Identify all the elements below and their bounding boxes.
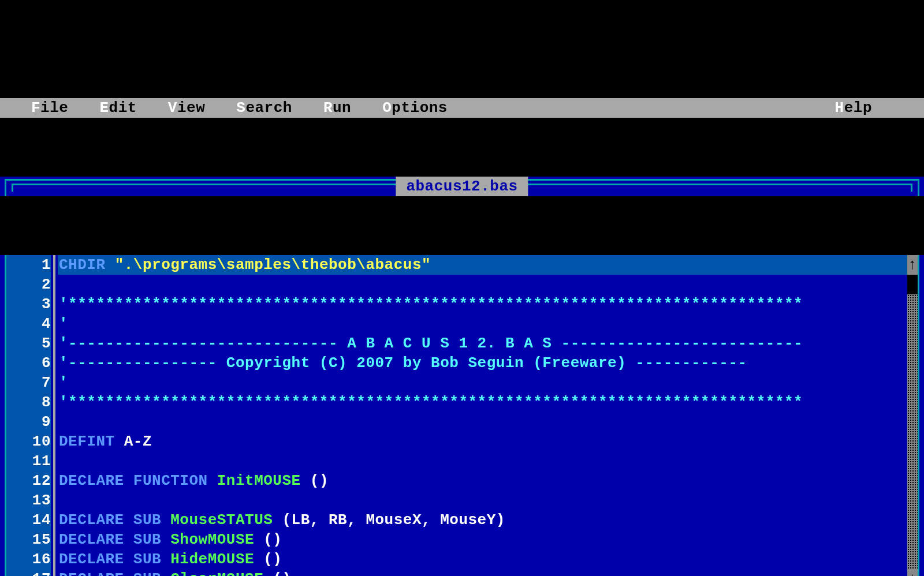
line-number: 12 [6,471,51,491]
code-line[interactable]: DECLARE SUB ClearMOUSE () [58,569,907,576]
menu-bar: File Edit View Search Run Options Help [0,98,924,118]
menu-help[interactable]: Help [835,98,872,118]
code-line[interactable]: '***************************************… [58,294,907,314]
file-title-tab: abacus12.bas [396,177,528,196]
line-number: 1 [6,255,51,275]
code-line[interactable]: DECLARE SUB HideMOUSE () [58,549,907,569]
line-number: 4 [6,314,51,334]
code-line[interactable]: ' [58,314,907,334]
gutter-separator [53,255,55,576]
line-number: 3 [6,294,51,314]
menu-edit[interactable]: Edit [99,98,136,118]
code-line[interactable] [58,491,907,510]
scroll-thumb[interactable] [907,275,918,294]
code-line[interactable]: DECLARE SUB ShowMOUSE () [58,530,907,549]
code-editor[interactable]: 1234567891011121314151617 CHDIR ".\progr… [0,255,924,576]
line-number: 9 [6,412,51,432]
code-line[interactable]: ' [58,373,907,392]
code-line[interactable]: DECLARE SUB MouseSTATUS (LB, RB, MouseX,… [58,510,907,530]
code-line[interactable]: '---------------- Copyright (C) 2007 by … [58,353,907,373]
scroll-down-icon[interactable]: ↓ [907,569,918,576]
line-number: 10 [6,432,51,451]
code-line[interactable]: DEFINT A-Z [58,432,907,451]
line-number: 13 [6,491,51,510]
code-line[interactable]: '***************************************… [58,392,907,412]
code-line[interactable]: CHDIR ".\programs\samples\thebob\abacus" [58,255,907,275]
line-number: 6 [6,353,51,373]
line-number: 7 [6,373,51,392]
line-number: 5 [6,334,51,353]
line-number: 17 [6,569,51,576]
line-number: 11 [6,451,51,471]
code-line[interactable] [58,412,907,432]
menu-run[interactable]: Run [323,98,351,118]
menu-file[interactable]: File [31,98,68,118]
code-line[interactable] [58,275,907,294]
vertical-scrollbar[interactable]: ↑ ↓ [907,255,918,576]
code-line[interactable]: '----------------------------- A B A C U… [58,334,907,353]
window-frame-top: abacus12.bas [0,177,924,196]
line-number: 8 [6,392,51,412]
menu-options[interactable]: Options [382,98,448,118]
line-number-gutter: 1234567891011121314151617 [6,255,53,576]
menu-search[interactable]: Search [236,98,292,118]
line-number: 2 [6,275,51,294]
code-line[interactable] [58,451,907,471]
code-area[interactable]: CHDIR ".\programs\samples\thebob\abacus"… [58,255,907,576]
code-line[interactable]: DECLARE FUNCTION InitMOUSE () [58,471,907,491]
line-number: 15 [6,530,51,549]
scroll-up-icon[interactable]: ↑ [907,255,918,275]
line-number: 16 [6,549,51,569]
menu-view[interactable]: View [168,98,205,118]
line-number: 14 [6,510,51,530]
